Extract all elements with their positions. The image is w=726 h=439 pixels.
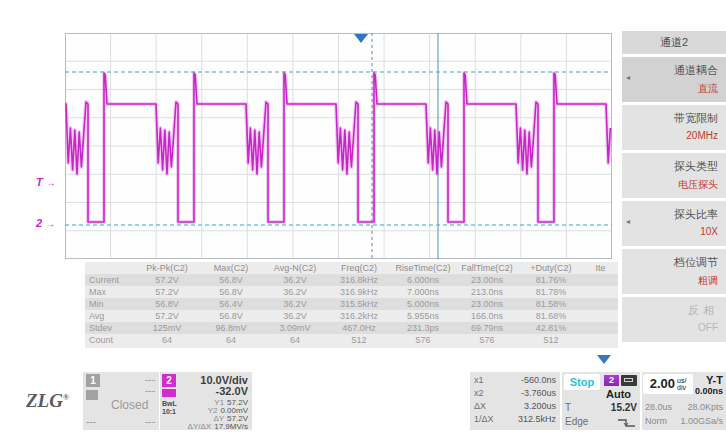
- table-cell: 36.2V: [263, 286, 327, 298]
- oscilloscope-screen: T → 2 → 通道2 ◂通道耦合直流带宽限制20MHz探头类型电压探头◂探头比…: [0, 0, 726, 439]
- table-cell: 81.58%: [519, 298, 583, 310]
- sidebar-menu-item[interactable]: ◂探头比率10X: [622, 201, 726, 246]
- measurement-table-header: Pk-Pk(C2)Max(C2)Avg-N(C2)Freq(C2)RiseTim…: [85, 262, 618, 274]
- waveform-svg: [65, 33, 612, 259]
- table-cell: 57.2V: [135, 286, 199, 298]
- table-cell: 56.4V: [199, 298, 263, 310]
- channel1-dash-bl: ---: [86, 416, 96, 427]
- table-row: Max57.2V56.8V36.2V316.9kHz7.000ns213.0ns…: [85, 286, 618, 298]
- menu-item-value: 直流: [622, 82, 718, 96]
- sidebar-menu-item[interactable]: 档位调节粗调: [622, 249, 726, 294]
- menu-item-label: 探头比率: [622, 207, 718, 222]
- table-cell: 64: [135, 334, 199, 347]
- table-cell: 36.2V: [263, 298, 327, 310]
- row-label: Max: [85, 286, 135, 298]
- sidebar-menu-item[interactable]: 反相OFF: [622, 297, 726, 342]
- table-row: Stdev125mV96.8mV3.09mV467.0Hz231.3ps69.7…: [85, 322, 618, 334]
- trigger-type-label: Edge: [565, 416, 588, 427]
- display-mode: Y-T: [706, 374, 723, 386]
- trigger-panel[interactable]: Stop 2 Auto T 15.2V Edge: [562, 372, 640, 430]
- table-column-header: RiseTime(C2): [391, 262, 455, 274]
- table-cell: 6.000ns: [391, 274, 455, 286]
- table-cell: 64: [263, 334, 327, 347]
- sidebar-menu-item[interactable]: ◂通道耦合直流: [622, 57, 726, 102]
- probe-ratio-tag: 10:1: [162, 408, 177, 416]
- table-cell: 512: [519, 334, 583, 347]
- row-label: Current: [85, 274, 135, 286]
- table-row: Current57.2V56.8V36.2V316.8kHz6.000ns23.…: [85, 274, 618, 286]
- menu-item-value: 粗调: [622, 274, 718, 288]
- table-cell: 315.5kHz: [327, 298, 391, 310]
- menu-item-label: 带宽限制: [622, 111, 718, 126]
- trigger-coupling-icon: [621, 375, 637, 386]
- table-cell: 42.81%: [519, 322, 583, 334]
- table-cell: 166.0ns: [455, 310, 519, 322]
- table-cell: 5.000ns: [391, 298, 455, 310]
- table-cell: 64: [199, 334, 263, 347]
- status-bar: ZLG® 1 --- --- Closed --- --- 2 BwL 10:1…: [0, 372, 726, 430]
- cursor-x-panel[interactable]: x1-560.0nsx2-3.760usΔX3.200us1/ΔX312.5kH…: [470, 372, 560, 430]
- ground-arrow-icon: →: [45, 218, 55, 229]
- table-column-header: +Duty(C2): [519, 262, 583, 274]
- menu-item-label: 探头类型: [622, 159, 718, 174]
- row-label: Count: [85, 334, 135, 347]
- bandwidth-limit-tag: BwL: [162, 400, 177, 408]
- table-column-header: Ite: [583, 262, 618, 274]
- table-cell: 96.8mV: [199, 322, 263, 334]
- menu-item-label: 通道耦合: [622, 63, 718, 78]
- trigger-level-value: 15.2V: [611, 402, 637, 413]
- menu-item-value: 电压探头: [622, 178, 718, 192]
- table-column-header: Avg-N(C2): [263, 262, 327, 274]
- scroll-down-arrow-icon[interactable]: [597, 355, 611, 364]
- sidebar-items: ◂通道耦合直流带宽限制20MHz探头类型电压探头◂探头比率10X档位调节粗调反相…: [622, 57, 726, 342]
- channel1-state: Closed: [111, 398, 148, 412]
- cursor-x-row: ΔX3.200us: [474, 401, 556, 411]
- sidebar-menu-item[interactable]: 带宽限制20MHz: [622, 105, 726, 150]
- channel1-badge: 1: [86, 374, 100, 387]
- trigger-level-marker[interactable]: T →: [36, 176, 56, 188]
- acquisition-window-row: 28.0us 28.0Kpts: [645, 402, 723, 412]
- timebase-scale: 2.00: [650, 376, 675, 391]
- menu-item-value: 20MHz: [622, 130, 718, 141]
- table-cell: 316.2kHz: [327, 310, 391, 322]
- table-cell: 57.2V: [135, 274, 199, 286]
- table-cell: [583, 286, 618, 298]
- timebase-panel[interactable]: 2.00us/div Y-T 0.00ns 28.0us 28.0Kpts No…: [642, 372, 726, 430]
- table-column-header: Freq(C2): [327, 262, 391, 274]
- timebase-scale-box[interactable]: 2.00us/div: [643, 374, 693, 394]
- table-column-header: Pk-Pk(C2): [135, 262, 199, 274]
- cursor-y-row: ΔY/ΔX17.9MV/s: [188, 422, 248, 431]
- table-cell: 36.2V: [263, 310, 327, 322]
- channel1-status-panel[interactable]: 1 --- --- Closed --- ---: [83, 372, 159, 430]
- table-cell: 81.76%: [519, 274, 583, 286]
- table-cell: 81.68%: [519, 310, 583, 322]
- table-cell: [583, 298, 618, 310]
- sample-rate: 1.00GSa/s: [680, 416, 723, 426]
- waveform-plot[interactable]: [65, 33, 612, 259]
- channel2-offset: -32.0V: [216, 385, 248, 397]
- table-column-header: FallTime(C2): [455, 262, 519, 274]
- sidebar-menu-item[interactable]: 探头类型电压探头: [622, 153, 726, 198]
- acq-mode: Norm: [645, 416, 667, 426]
- menu-item-label: 档位调节: [622, 255, 718, 270]
- table-cell: 57.2V: [135, 310, 199, 322]
- menu-item-value: 10X: [622, 226, 718, 237]
- channel2-ground-marker[interactable]: 2 →: [36, 217, 55, 229]
- table-cell: 316.8kHz: [327, 274, 391, 286]
- trigger-type-row: Edge: [565, 416, 637, 428]
- table-cell: 23.00ns: [455, 298, 519, 310]
- measurement-table: Pk-Pk(C2)Max(C2)Avg-N(C2)Freq(C2)RiseTim…: [85, 262, 618, 348]
- trigger-delay: 0.00ns: [695, 386, 723, 396]
- trigger-arrow-icon: →: [46, 177, 56, 188]
- expand-arrow-icon: ◂: [626, 217, 630, 226]
- table-cell: 69.79ns: [455, 322, 519, 334]
- memory-points: 28.0Kpts: [687, 402, 723, 412]
- run-state-button[interactable]: Stop: [564, 374, 600, 390]
- table-row: Avg57.2V56.8V36.2V316.2kHz5.955ns166.0ns…: [85, 310, 618, 322]
- table-cell: 56.8V: [199, 310, 263, 322]
- falling-edge-icon: [617, 417, 637, 428]
- table-cell: 512: [327, 334, 391, 347]
- channel2-status-panel[interactable]: 2 BwL 10:1 10.0V/div -32.0V Y157.2VY20.0…: [160, 372, 252, 430]
- channel2-ground-badge: [162, 389, 176, 397]
- menu-item-label: 反相: [622, 303, 718, 318]
